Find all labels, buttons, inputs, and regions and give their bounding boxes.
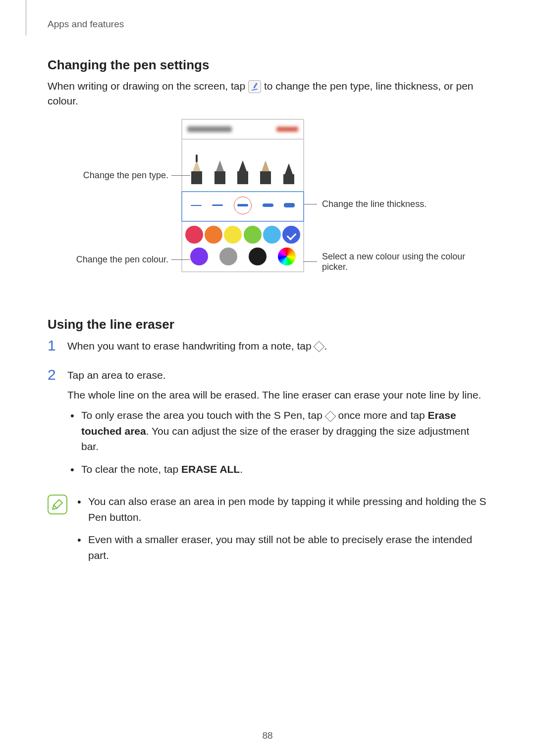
thickness-5 <box>284 203 295 207</box>
pen-marker-icon <box>283 154 294 184</box>
pen-settings-intro: When writing or drawing on the screen, t… <box>48 79 487 109</box>
step-2: 2 Tap an area to erase. The whole line o… <box>48 367 487 484</box>
intro-text-a: When writing or drawing on the screen, t… <box>48 80 248 92</box>
pen-outline-icon <box>51 498 64 511</box>
swatch-cyan <box>263 226 281 244</box>
note-bullet-2: Even with a smaller eraser, you may stil… <box>74 532 487 563</box>
swatch-orange <box>205 226 222 244</box>
step-2-number: 2 <box>48 367 58 484</box>
swatch-blue-selected <box>282 226 300 244</box>
panel-action-blurred <box>276 127 298 132</box>
b1-a: To only erase the area you touch with th… <box>81 409 325 421</box>
pen-settings-figure: Change the pen type. Change the line thi… <box>48 119 508 297</box>
thickness-4 <box>263 203 273 207</box>
swatch-green <box>244 226 262 244</box>
step-1-text: When you want to erase handwriting from … <box>67 338 487 354</box>
pen-calligraphy-icon <box>214 154 225 184</box>
step-2-bullet-2: To clear the note, tap ERASE ALL. <box>67 461 487 477</box>
colour-section <box>182 221 303 271</box>
breadcrumb: Apps and features <box>48 19 487 30</box>
eraser-icon <box>324 411 336 422</box>
pen-pen-icon <box>237 154 248 184</box>
eraser-icon <box>314 341 325 353</box>
note-icon <box>48 495 67 514</box>
note-block: You can also erase an area in pen mode b… <box>48 494 487 570</box>
pen-settings-icon <box>248 80 261 93</box>
panel-title-blurred <box>187 126 232 132</box>
step-1-text-b: . <box>324 340 327 352</box>
step-1-text-a: When you want to erase handwriting from … <box>67 340 314 352</box>
pen-pencil-icon <box>260 154 271 184</box>
callout-pen-colour-label: Change the pen colour. <box>76 254 168 265</box>
callout-pen-colour: Change the pen colour. <box>48 254 190 265</box>
b2-a: To clear the note, tap <box>81 463 181 475</box>
b2-b: . <box>240 463 243 475</box>
pen-settings-panel <box>181 119 304 272</box>
b2-bold: ERASE ALL <box>181 463 240 475</box>
thickness-1 <box>191 205 202 206</box>
callout-pen-type: Change the pen type. <box>48 170 190 181</box>
step-1-number: 1 <box>48 338 58 358</box>
thickness-section <box>181 191 304 222</box>
callout-pen-type-label: Change the pen type. <box>83 170 168 181</box>
page-number: 88 <box>0 730 535 741</box>
swatch-purple <box>190 248 208 265</box>
step-2-line2: The whole line on the area will be erase… <box>67 387 487 403</box>
pen-type-section <box>182 140 303 192</box>
callout-thickness: Change the line thickness. <box>303 199 491 209</box>
header-vertical-rule <box>26 0 26 36</box>
callout-colour-picker-label: Select a new colour using the colour pic… <box>322 252 481 272</box>
swatch-yellow <box>224 226 242 244</box>
callout-colour-picker: Select a new colour using the colour pic… <box>303 252 491 272</box>
swatch-colour-picker <box>278 248 296 265</box>
heading-line-eraser: Using the line eraser <box>48 317 487 332</box>
b1-b: once more and tap <box>338 409 428 421</box>
swatch-black <box>249 248 267 265</box>
swatch-red <box>185 226 203 244</box>
step-2-bullet-1: To only erase the area you touch with th… <box>67 407 487 454</box>
callout-thickness-label: Change the line thickness. <box>322 199 427 209</box>
pen-fountain-icon <box>191 154 202 184</box>
heading-pen-settings: Changing the pen settings <box>48 57 487 73</box>
panel-header <box>182 120 303 140</box>
note-bullet-1: You can also erase an area in pen mode b… <box>74 494 487 525</box>
step-2-line1: Tap an area to erase. <box>67 367 487 383</box>
step-1: 1 When you want to erase handwriting fro… <box>48 338 487 358</box>
thickness-2 <box>212 204 223 206</box>
thickness-3-selected <box>234 197 252 214</box>
swatch-grey <box>219 248 237 265</box>
